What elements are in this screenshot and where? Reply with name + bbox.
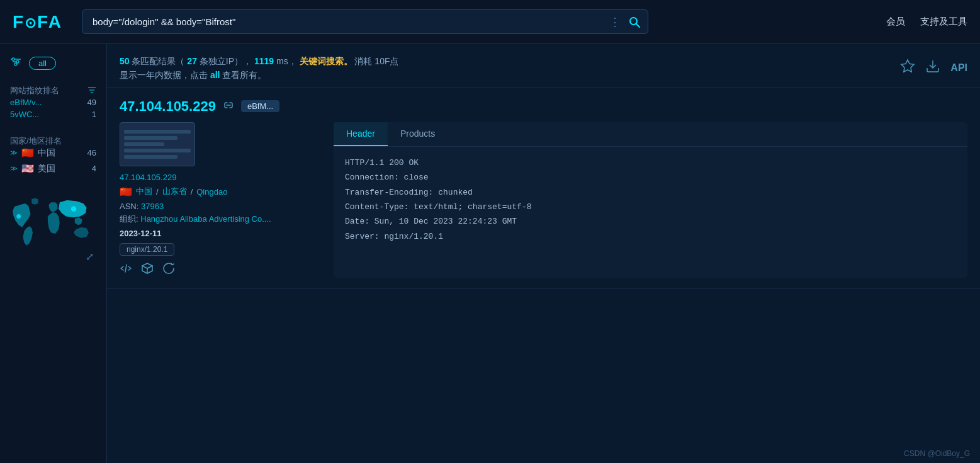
fingerprint-title: 网站指纹排名 [10, 85, 96, 96]
chevron-usa: ≫ [10, 164, 18, 173]
result-ip-row: 47.104.105.229 eBfM... [120, 98, 967, 115]
country-china-name: 中国 [38, 147, 55, 159]
search-bar-wrapper: ⋮ [82, 9, 648, 34]
search-actions: ⋮ [609, 15, 641, 29]
link-icon[interactable] [223, 100, 234, 113]
result-org: 组织: Hangzhou Alibaba Advertising Co.... [120, 214, 321, 225]
country-list: ≫ 🇨🇳 中国 46 ≫ 🇺🇸 美国 4 [10, 147, 96, 174]
result-ip[interactable]: 47.104.105.229 [120, 98, 216, 115]
chevron-china: ≫ [10, 149, 18, 157]
result-icons [120, 262, 321, 278]
svg-line-19 [147, 266, 152, 268]
svg-marker-13 [901, 60, 914, 72]
slash-2: / [191, 187, 193, 197]
expand-icon[interactable]: ⤢ [86, 251, 94, 263]
search-button[interactable] [628, 16, 641, 28]
result-left: 47.104.105.229 🇨🇳 中国 / 山东省 / Qingdao ASN… [120, 122, 321, 278]
result-date: 2023-12-11 [120, 229, 321, 238]
asn-value[interactable]: 37963 [141, 202, 164, 211]
fingerprint-item-2[interactable]: 5vWC... 1 [10, 108, 96, 120]
svg-point-7 [14, 63, 17, 66]
api-button[interactable]: API [950, 62, 967, 74]
download-button[interactable] [925, 59, 940, 77]
logo-text: F⊙FA [13, 12, 62, 32]
all-badge[interactable]: all [29, 57, 56, 70]
logo: F⊙FA [13, 12, 69, 32]
header-line-1: HTTP/1.1 200 OK [345, 156, 956, 170]
fingerprint-count-2: 1 [92, 110, 96, 119]
sub-text: 显示一年内数据，点击 [120, 70, 208, 80]
results-count: 50 条匹配结果（ 27 条独立IP）， 1119 ms， 关键词搜索。 消耗 … [120, 56, 398, 66]
svg-line-18 [142, 266, 147, 268]
nav-right: 会员 支持及工具 [886, 16, 967, 28]
header-line-4: Content-Type: text/html; charset=utf-8 [345, 200, 956, 214]
count-unit: 条匹配结果（ [132, 56, 184, 66]
screenshot-line-4 [124, 149, 191, 152]
svg-line-1 [636, 23, 640, 27]
star-button[interactable] [900, 59, 915, 77]
time-value: 1119 [254, 56, 274, 66]
result-card: 47.104.105.229 eBfM... [107, 88, 980, 289]
tab-row: Header Products [334, 122, 967, 147]
keyword-search-text: 关键词搜索。 [300, 56, 352, 66]
count-value: 50 [120, 56, 130, 66]
result-country[interactable]: 中国 [136, 186, 152, 197]
filter-icon[interactable] [10, 57, 21, 70]
unique-ip-value: 27 [187, 56, 197, 66]
result-details: 47.104.105.229 🇨🇳 中国 / 山东省 / Qingdao ASN… [120, 122, 967, 278]
fingerprint-count-1: 49 [87, 98, 96, 107]
sub-text2: 查看所有。 [222, 70, 266, 80]
screenshot-line-2 [124, 136, 177, 140]
svg-point-6 [16, 60, 19, 63]
result-right: Header Products HTTP/1.1 200 OK Connecti… [334, 122, 967, 278]
tag-badge[interactable]: eBfM... [241, 100, 279, 112]
header-line-5: Date: Sun, 10 Dec 2023 22:24:23 GMT [345, 214, 956, 229]
screenshot-placeholder [120, 126, 194, 163]
header: F⊙FA ⋮ 会员 支持及工具 [0, 0, 980, 44]
result-ip-link[interactable]: 47.104.105.229 [120, 173, 321, 182]
result-flag: 🇨🇳 [120, 186, 132, 198]
search-input[interactable] [82, 9, 648, 34]
flag-china: 🇨🇳 [21, 147, 34, 159]
result-province[interactable]: 山东省 [162, 186, 187, 197]
cube-icon-button[interactable] [141, 262, 154, 278]
country-item-china[interactable]: ≫ 🇨🇳 中国 46 [10, 147, 96, 159]
result-server-tag[interactable]: nginx/1.20.1 [120, 243, 174, 256]
header-line-2: Connection: close [345, 170, 956, 185]
fingerprint-label-1: eBfM/v... [10, 98, 42, 107]
country-china-count: 46 [87, 148, 96, 157]
refresh-icon-button[interactable] [162, 262, 175, 278]
country-usa-count: 4 [92, 164, 96, 173]
svg-point-11 [16, 214, 21, 219]
slash-1: / [156, 187, 159, 197]
member-link[interactable]: 会员 [886, 16, 905, 28]
more-options-icon[interactable]: ⋮ [609, 15, 621, 29]
code-icon-button[interactable] [120, 262, 132, 278]
fingerprint-filter-icon[interactable] [87, 86, 96, 96]
results-meta: 50 条匹配结果（ 27 条独立IP）， 1119 ms， 关键词搜索。 消耗 … [120, 54, 895, 83]
results-header: 50 条匹配结果（ 27 条独立IP）， 1119 ms， 关键词搜索。 消耗 … [107, 44, 980, 88]
tab-header[interactable]: Header [334, 122, 388, 146]
country-section: 国家/地区排名 ≫ 🇨🇳 中国 46 ≫ 🇺🇸 美国 [10, 130, 96, 174]
tab-content-header: HTTP/1.1 200 OK Connection: close Transf… [334, 147, 967, 253]
tab-products[interactable]: Products [388, 122, 448, 146]
header-line-6: Server: nginx/1.20.1 [345, 229, 956, 244]
time-unit: ms， [276, 56, 297, 66]
results-area: 50 条匹配结果（ 27 条独立IP）， 1119 ms， 关键词搜索。 消耗 … [107, 44, 980, 463]
fingerprint-item-1[interactable]: eBfM/v... 49 [10, 96, 96, 108]
country-item-usa[interactable]: ≫ 🇺🇸 美国 4 [10, 163, 96, 174]
fingerprint-label-2: 5vWC... [10, 110, 39, 119]
flag-usa: 🇺🇸 [21, 163, 34, 174]
result-city[interactable]: Qingdao [196, 187, 227, 197]
fingerprint-section: 网站指纹排名 eBfM/v... 49 5vWC... 1 [10, 80, 96, 120]
org-label: 组织: [120, 214, 138, 224]
country-china-wrapper: ≫ 🇨🇳 中国 [10, 147, 55, 159]
country-title: 国家/地区排名 [10, 135, 96, 147]
screenshot-line-5 [124, 155, 177, 159]
unique-ip-unit: 条独立IP）， [200, 56, 252, 66]
org-value[interactable]: Hangzhou Alibaba Advertising Co.... [140, 214, 271, 224]
header-line-3: Transfer-Encoding: chunked [345, 185, 956, 200]
sidebar: all 网站指纹排名 eBfM/v... 49 5vWC... 1 [0, 44, 107, 463]
tools-link[interactable]: 支持及工具 [920, 16, 967, 28]
all-link[interactable]: all [210, 70, 220, 80]
